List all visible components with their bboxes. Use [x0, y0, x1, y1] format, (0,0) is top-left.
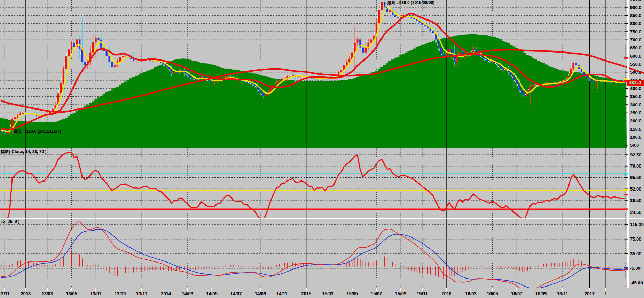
svg-text:15/07: 15/07: [371, 291, 382, 296]
highest-price-annotation: ←最高 : 939.0 (2015/08/08): [383, 0, 434, 6]
svg-text:13/07: 13/07: [90, 291, 102, 296]
svg-text:550.0: 550.0: [630, 62, 642, 67]
svg-text:750.0: 750.0: [630, 29, 642, 34]
svg-text:16/07: 16/07: [511, 291, 523, 296]
svg-text:16/09: 16/09: [535, 291, 547, 296]
svg-text:15/11: 15/11: [417, 291, 428, 296]
svg-text:15/05: 15/05: [346, 291, 358, 296]
svg-text:600.0: 600.0: [630, 54, 642, 59]
svg-text:75.00: 75.00: [630, 236, 642, 242]
svg-text:150.0: 150.0: [630, 127, 642, 132]
svg-text:35.00: 35.00: [630, 251, 642, 256]
svg-text:15/09: 15/09: [395, 291, 407, 296]
svg-text:300.0: 300.0: [630, 102, 642, 107]
svg-text:1: 1: [604, 291, 607, 296]
current-price-badge: 433.0: [627, 80, 644, 86]
svg-text:2014: 2014: [161, 291, 171, 296]
stock-chart-window: 950.0900.0850.0800.0750.0700.0650.0600.0…: [0, 0, 644, 298]
svg-text:13/09: 13/09: [115, 291, 126, 296]
svg-text:-5.00: -5.00: [630, 266, 641, 271]
svg-text:14/05: 14/05: [206, 291, 218, 296]
svg-text:92.50: 92.50: [630, 152, 642, 158]
macd-indicator-label: 12, 26, 9 ): [1, 219, 19, 224]
svg-text:650.0: 650.0: [630, 45, 642, 50]
svg-text:2013: 2013: [21, 291, 31, 296]
svg-text:950.0: 950.0: [630, 0, 642, 2]
svg-text:12/11: 12/11: [0, 291, 10, 296]
svg-text:50.0: 50.0: [630, 143, 639, 148]
svg-text:115.00: 115.00: [630, 222, 644, 227]
svg-text:13/11: 13/11: [136, 291, 147, 296]
svg-text:2015: 2015: [301, 291, 311, 296]
svg-text:14/03: 14/03: [182, 291, 194, 296]
stock-chart-canvas[interactable]: 950.0900.0850.0800.0750.0700.0650.0600.0…: [0, 0, 644, 298]
svg-text:2017: 2017: [584, 291, 595, 296]
svg-text:79.00: 79.00: [630, 163, 642, 169]
svg-text:38.50: 38.50: [630, 198, 642, 203]
svg-text:700.0: 700.0: [630, 37, 642, 42]
svg-text:65.50: 65.50: [630, 175, 642, 180]
svg-text:100.0: 100.0: [630, 135, 642, 140]
svg-text:14/07: 14/07: [230, 291, 242, 296]
svg-text:13/05: 13/05: [66, 291, 77, 296]
svg-text:250.0: 250.0: [630, 110, 642, 115]
svg-text:24.50: 24.50: [630, 210, 642, 215]
svg-text:-45.00: -45.00: [630, 280, 643, 285]
svg-text:500.0: 500.0: [630, 70, 642, 75]
svg-text:16/05: 16/05: [487, 291, 498, 296]
svg-text:16/11: 16/11: [557, 291, 568, 296]
svg-text:14/09: 14/09: [255, 291, 266, 296]
svg-text:400.0: 400.0: [630, 86, 642, 91]
svg-text:350.0: 350.0: [630, 94, 642, 99]
svg-text:16/03: 16/03: [465, 291, 477, 296]
svg-text:200.0: 200.0: [630, 118, 642, 123]
svg-text:13/03: 13/03: [42, 291, 53, 296]
svg-text:800.0: 800.0: [630, 21, 642, 26]
svg-text:2016: 2016: [441, 291, 451, 296]
svg-text:52.00: 52.00: [630, 186, 642, 192]
svg-text:850.0: 850.0: [630, 13, 642, 18]
svg-text:15/03: 15/03: [322, 291, 334, 296]
rsi-indicator-label: 指数( Close, 14, 28, 70 ): [1, 149, 46, 155]
svg-text:14/11: 14/11: [276, 291, 288, 296]
svg-text:900.0: 900.0: [630, 5, 642, 10]
lowest-price-annotation: ←最安 : 120.0 (2012/11/17): [10, 129, 61, 135]
